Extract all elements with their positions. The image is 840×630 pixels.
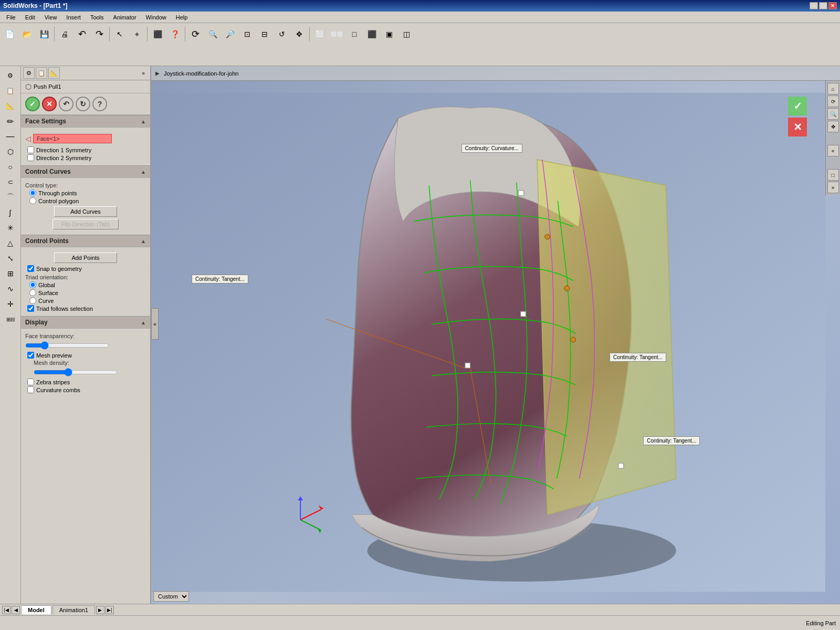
control-points-header[interactable]: Control Points ▲ [21, 235, 150, 247]
panel-expand-btn[interactable]: » [139, 68, 148, 78]
add-points-button[interactable]: Add Points [54, 253, 117, 263]
tb-view3[interactable]: □ [346, 26, 363, 43]
nav-arrow-prev[interactable]: ◀ [12, 606, 20, 614]
dir2-symmetry-label[interactable]: Direction 2 Symmetry [36, 155, 91, 161]
tb-view5[interactable]: ▣ [381, 26, 397, 43]
mesh-preview-checkbox[interactable] [27, 352, 34, 359]
tb-select[interactable]: ↖ [111, 26, 128, 43]
vp-side-expand[interactable]: « [827, 145, 839, 156]
flip-direction-button[interactable]: Flip Direction (Tab) [52, 219, 119, 229]
tb-refresh[interactable]: ↺ [274, 26, 290, 43]
nav-arrow-next[interactable]: ▶ [96, 606, 104, 614]
minimize-button[interactable]: ─ [810, 2, 818, 9]
tb-zoom-fit[interactable]: ⊡ [239, 26, 256, 43]
tool-9[interactable]: ⌒ [3, 190, 18, 205]
tb-undo[interactable]: ↶ [74, 26, 90, 43]
tb-filter[interactable]: ⌖ [129, 26, 145, 43]
tool-6[interactable]: ⬡ [3, 144, 18, 159]
control-polygon-label[interactable]: Control polygon [38, 198, 79, 204]
tool-7[interactable]: ○ [3, 160, 18, 174]
tool-17[interactable]: ⊞⊟ [3, 312, 18, 327]
triad-follows-label[interactable]: Triad follows selection [36, 306, 93, 312]
vp-side-rotate[interactable]: ⟳ [827, 96, 839, 107]
dir1-symmetry-label[interactable]: Direction 1 Symmetry [36, 147, 91, 153]
tb-box[interactable]: ⬛ [149, 26, 166, 43]
help-button[interactable]: ? [92, 97, 107, 111]
tb-pan[interactable]: ✥ [291, 26, 308, 43]
tool-8[interactable]: ⊂ [3, 175, 18, 190]
tb-print[interactable]: 🖨 [56, 26, 73, 43]
menu-window[interactable]: Window [142, 13, 171, 22]
menu-edit[interactable]: Edit [21, 13, 39, 22]
curve-radio[interactable] [29, 297, 36, 304]
tb-view1[interactable]: ⬜ [311, 26, 328, 43]
global-radio[interactable] [29, 281, 36, 288]
mesh-preview-label[interactable]: Mesh preview [36, 352, 72, 359]
ok-button[interactable]: ✓ [25, 97, 40, 111]
surface-radio[interactable] [29, 289, 36, 296]
tb-new[interactable]: 📄 [1, 26, 18, 43]
panel-tab-feature[interactable]: 📋 [36, 67, 47, 79]
tb-3d[interactable]: ◫ [398, 26, 415, 43]
tool-4[interactable]: ✏ [3, 114, 18, 129]
tool-15[interactable]: ∿ [3, 281, 18, 296]
control-curves-header[interactable]: Control Curves ▲ [21, 165, 150, 178]
tb-save[interactable]: 💾 [36, 26, 52, 43]
tool-12[interactable]: △ [3, 236, 18, 250]
close-button[interactable]: ✕ [828, 2, 837, 9]
tb-help[interactable]: ❓ [166, 26, 183, 43]
through-points-radio[interactable] [29, 190, 36, 196]
reset-button[interactable]: ↶ [59, 97, 74, 111]
confirm-check-button[interactable]: ✓ [788, 97, 807, 116]
tool-2[interactable]: 📋 [3, 83, 18, 98]
through-points-label[interactable]: Through points [38, 190, 77, 196]
add-curves-button[interactable]: Add Curves [54, 206, 117, 217]
triad-follows-checkbox[interactable] [27, 305, 34, 312]
confirm-x-button[interactable]: ✕ [788, 118, 807, 136]
nav-arrow-first[interactable]: |◀ [2, 606, 10, 614]
curvature-combs-label[interactable]: Curvature combs [36, 387, 80, 393]
surface-label[interactable]: Surface [38, 290, 58, 296]
tb-zoom-sheet[interactable]: ⊟ [256, 26, 273, 43]
tb-zoom-out[interactable]: 🔎 [222, 26, 238, 43]
menu-tools[interactable]: Tools [86, 13, 108, 22]
tool-11[interactable]: ✳ [3, 220, 18, 235]
nav-arrow-last[interactable]: ▶| [106, 606, 114, 614]
vp-side-collapse[interactable]: » [827, 182, 839, 193]
tool-10[interactable]: ∫ [3, 205, 18, 220]
tool-14[interactable]: ⊞ [3, 266, 18, 281]
zebra-stripes-checkbox[interactable] [27, 379, 34, 385]
tool-1[interactable]: ⚙ [3, 68, 18, 83]
menu-file[interactable]: File [2, 13, 20, 22]
snap-to-geometry-label[interactable]: Snap to geometry [36, 266, 82, 272]
dir2-symmetry-checkbox[interactable] [27, 154, 34, 161]
menu-insert[interactable]: Insert [62, 13, 85, 22]
preview-button[interactable]: ↻ [76, 97, 90, 111]
viewport-mode-select[interactable]: Custom [153, 591, 189, 602]
tool-13[interactable]: ⤡ [3, 251, 18, 266]
tool-16[interactable]: ✛ [3, 297, 18, 311]
cancel-button[interactable]: ✕ [42, 97, 57, 111]
vp-side-home[interactable]: ⌂ [827, 83, 839, 94]
mesh-density-slider[interactable] [34, 368, 118, 376]
viewport[interactable]: ▶ Joystick-modification-for-john [151, 66, 840, 604]
zebra-stripes-label[interactable]: Zebra stripes [36, 379, 70, 385]
vp-side-pan[interactable]: ✥ [827, 121, 839, 132]
tb-open[interactable]: 📂 [18, 26, 35, 43]
maximize-button[interactable]: □ [819, 2, 827, 9]
tb-zoom-in[interactable]: 🔍 [204, 26, 221, 43]
vp-side-box[interactable]: □ [827, 169, 839, 181]
menu-view[interactable]: View [40, 13, 61, 22]
vp-side-zoom[interactable]: 🔍 [827, 108, 839, 120]
tb-view4[interactable]: ⬛ [363, 26, 380, 43]
snap-to-geometry-checkbox[interactable] [27, 265, 34, 272]
curvature-combs-checkbox[interactable] [27, 386, 34, 393]
panel-tab-properties[interactable]: ⚙ [23, 67, 35, 79]
tb-rotate[interactable]: ⟳ [187, 26, 204, 43]
viewport-arrow[interactable]: ▶ [155, 70, 160, 76]
tab-animation1[interactable]: Animation1 [52, 605, 95, 614]
face-settings-header[interactable]: Face Settings ▲ [21, 115, 150, 128]
tool-3[interactable]: 📐 [3, 99, 18, 113]
panel-tab-config[interactable]: 📐 [48, 67, 60, 79]
control-polygon-radio[interactable] [29, 197, 36, 204]
